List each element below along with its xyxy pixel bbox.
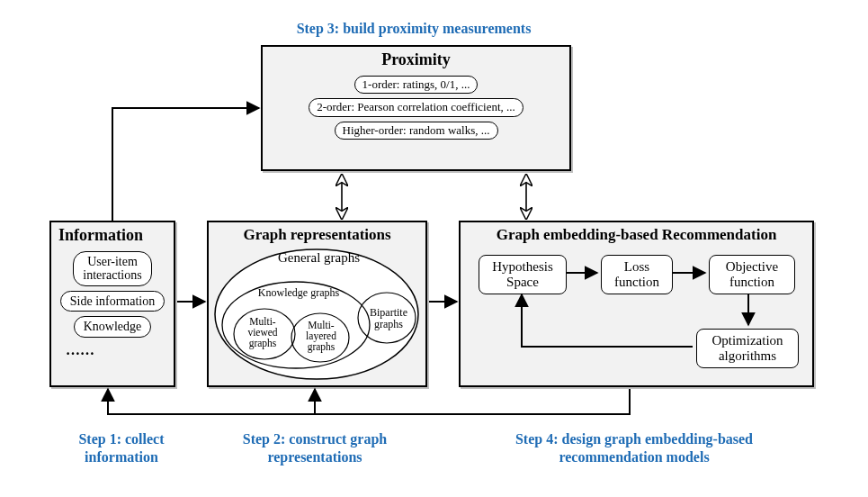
info-user-item: User-item interactions — [73, 251, 151, 286]
information-panel: Information User-item interactions Side … — [49, 221, 175, 387]
objective-function-box: Objective function — [709, 255, 795, 294]
optimization-algorithms-box: Optimization algorithms — [696, 329, 799, 368]
hypothesis-space-box: Hypothesis Space — [479, 255, 567, 294]
graph-reps-title: Graph representations — [209, 222, 425, 246]
label-knowledge-graphs: Knowledge graphs — [254, 287, 344, 299]
info-side: Side information — [60, 291, 166, 312]
information-title: Information — [51, 222, 174, 247]
arrow-info-to-proximity — [112, 108, 259, 221]
graph-reps-panel: Graph representations General graphs Kno… — [207, 221, 427, 387]
step4-label: Step 4: design graph embedding-based rec… — [486, 430, 783, 466]
proximity-panel: Proximity 1-order: ratings, 0/1, ... 2-o… — [261, 45, 571, 171]
label-multi-layered: Multi- layered graphs — [294, 320, 348, 352]
info-ellipsis: …… — [51, 342, 174, 358]
proximity-1-order: 1-order: ratings, 0/1, ... — [354, 76, 479, 94]
proximity-higher-order: Higher-order: random walks, ... — [335, 122, 498, 140]
proximity-title: Proximity — [263, 47, 569, 71]
label-general-graphs: General graphs — [209, 251, 429, 266]
label-bipartite: Bipartite graphs — [362, 307, 416, 330]
recommendation-panel: Graph embedding-based Recommendation Hyp… — [459, 221, 814, 387]
step2-label: Step 2: construct graph representations — [216, 430, 414, 466]
loss-function-box: Loss function — [601, 255, 673, 294]
recommendation-title: Graph embedding-based Recommendation — [461, 222, 812, 246]
info-knowledge: Knowledge — [74, 316, 152, 337]
label-multi-viewed: Multi- viewed graphs — [236, 316, 290, 348]
step1-label: Step 1: collect information — [54, 430, 189, 466]
step3-label: Step 3: build proximity measurements — [252, 20, 576, 38]
proximity-2-order: 2-order: Pearson correlation coefficient… — [309, 98, 523, 116]
arrow-rec-to-info — [108, 389, 630, 414]
